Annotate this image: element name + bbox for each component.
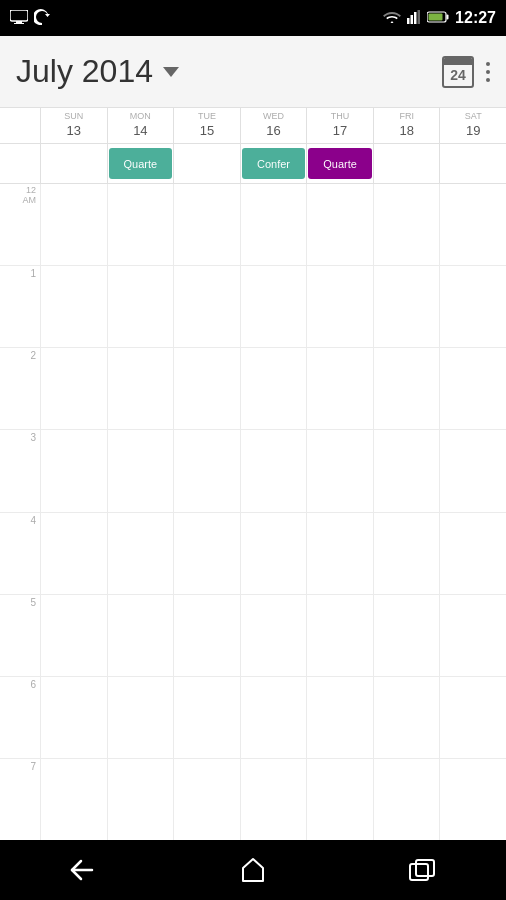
time-cell-tue-7am[interactable] — [173, 759, 240, 840]
time-cell-fri-3am[interactable] — [373, 430, 440, 511]
day-num-thu: 17 — [333, 123, 347, 140]
time-cell-wed-7am[interactable] — [240, 759, 307, 840]
day-num-fri: 18 — [399, 123, 413, 140]
time-cell-tue-3am[interactable] — [173, 430, 240, 511]
time-cell-thu-7am[interactable] — [306, 759, 373, 840]
time-cell-tue-2am[interactable] — [173, 348, 240, 429]
calendar-day-num: 24 — [450, 68, 466, 82]
day-abbr-sun: SUN — [64, 111, 83, 123]
time-cell-sat-4am[interactable] — [439, 513, 506, 594]
time-cell-wed-6am[interactable] — [240, 677, 307, 758]
time-cell-wed-4am[interactable] — [240, 513, 307, 594]
time-cell-sat-5am[interactable] — [439, 595, 506, 676]
time-cell-fri-5am[interactable] — [373, 595, 440, 676]
time-cell-fri-1am[interactable] — [373, 266, 440, 347]
event-label-confer-wed: Confer — [257, 158, 290, 170]
time-cell-wed-12am[interactable] — [240, 184, 307, 265]
time-cell-fri-7am[interactable] — [373, 759, 440, 840]
header-title-area[interactable]: July 2014 — [16, 53, 179, 90]
svg-rect-5 — [414, 12, 417, 24]
time-cell-tue-5am[interactable] — [173, 595, 240, 676]
time-cell-sat-3am[interactable] — [439, 430, 506, 511]
day-abbr-tue: TUE — [198, 111, 216, 123]
time-cell-mon-5am[interactable] — [107, 595, 174, 676]
time-cell-wed-2am[interactable] — [240, 348, 307, 429]
time-cell-mon-6am[interactable] — [107, 677, 174, 758]
time-cell-tue-1am[interactable] — [173, 266, 240, 347]
time-cell-sun-7am[interactable] — [40, 759, 107, 840]
time-cell-thu-2am[interactable] — [306, 348, 373, 429]
svg-rect-6 — [418, 10, 421, 24]
day-events-fri — [373, 144, 440, 183]
calendar-icon[interactable]: 24 — [442, 56, 474, 88]
time-cell-thu-4am[interactable] — [306, 513, 373, 594]
time-label-6am: 6 — [0, 677, 40, 758]
home-button[interactable] — [228, 850, 278, 890]
time-cell-sun-5am[interactable] — [40, 595, 107, 676]
signal-icon — [407, 10, 421, 27]
time-cell-thu-1am[interactable] — [306, 266, 373, 347]
time-gutter-header — [0, 108, 40, 143]
recent-apps-button[interactable] — [397, 850, 447, 890]
status-bar-left — [10, 9, 50, 28]
time-cell-sat-12am[interactable] — [439, 184, 506, 265]
chevron-down-icon — [163, 67, 179, 77]
day-header-mon: MON 14 — [107, 108, 174, 143]
event-confer-wed[interactable]: Confer — [242, 148, 306, 179]
time-cell-sun-6am[interactable] — [40, 677, 107, 758]
time-cell-mon-4am[interactable] — [107, 513, 174, 594]
svg-rect-2 — [14, 23, 24, 24]
time-cell-fri-4am[interactable] — [373, 513, 440, 594]
event-quarte-mon[interactable]: Quarte — [109, 148, 173, 179]
day-num-tue: 15 — [200, 123, 214, 140]
time-cell-wed-1am[interactable] — [240, 266, 307, 347]
day-events-wed[interactable]: Confer — [240, 144, 307, 183]
header-icons: 24 — [442, 56, 490, 88]
time-cell-wed-3am[interactable] — [240, 430, 307, 511]
time-cell-mon-12am[interactable] — [107, 184, 174, 265]
time-cell-tue-12am[interactable] — [173, 184, 240, 265]
battery-icon — [427, 11, 449, 26]
time-cell-sun-2am[interactable] — [40, 348, 107, 429]
svg-rect-1 — [16, 21, 22, 23]
time-cell-mon-2am[interactable] — [107, 348, 174, 429]
time-cell-sat-7am[interactable] — [439, 759, 506, 840]
time-row-6am: 6 — [0, 677, 506, 759]
status-bar-right: 12:27 — [383, 9, 496, 27]
time-cell-tue-4am[interactable] — [173, 513, 240, 594]
time-cell-mon-3am[interactable] — [107, 430, 174, 511]
bottom-nav — [0, 840, 506, 900]
header-title: July 2014 — [16, 53, 153, 90]
time-cell-sat-1am[interactable] — [439, 266, 506, 347]
day-num-wed: 16 — [266, 123, 280, 140]
day-events-tue — [173, 144, 240, 183]
time-cell-sun-1am[interactable] — [40, 266, 107, 347]
time-row-7am: 7 — [0, 759, 506, 840]
day-events-sun — [40, 144, 107, 183]
time-cell-sat-2am[interactable] — [439, 348, 506, 429]
time-cell-mon-7am[interactable] — [107, 759, 174, 840]
time-label-5am: 5 — [0, 595, 40, 676]
time-cell-fri-12am[interactable] — [373, 184, 440, 265]
time-cell-mon-1am[interactable] — [107, 266, 174, 347]
time-cell-thu-6am[interactable] — [306, 677, 373, 758]
time-cell-sun-3am[interactable] — [40, 430, 107, 511]
time-cell-thu-12am[interactable] — [306, 184, 373, 265]
time-cell-fri-2am[interactable] — [373, 348, 440, 429]
events-row: Quarte Confer Quarte — [0, 144, 506, 184]
more-options-icon[interactable] — [486, 62, 490, 82]
time-label-2am: 2 — [0, 348, 40, 429]
day-num-mon: 14 — [133, 123, 147, 140]
back-button[interactable] — [59, 850, 109, 890]
event-quarte-thu[interactable]: Quarte — [308, 148, 372, 179]
time-cell-sun-12am[interactable] — [40, 184, 107, 265]
time-cell-wed-5am[interactable] — [240, 595, 307, 676]
time-cell-sat-6am[interactable] — [439, 677, 506, 758]
time-cell-thu-5am[interactable] — [306, 595, 373, 676]
time-cell-tue-6am[interactable] — [173, 677, 240, 758]
time-cell-sun-4am[interactable] — [40, 513, 107, 594]
time-cell-thu-3am[interactable] — [306, 430, 373, 511]
time-cell-fri-6am[interactable] — [373, 677, 440, 758]
day-events-thu[interactable]: Quarte — [306, 144, 373, 183]
day-events-mon[interactable]: Quarte — [107, 144, 174, 183]
